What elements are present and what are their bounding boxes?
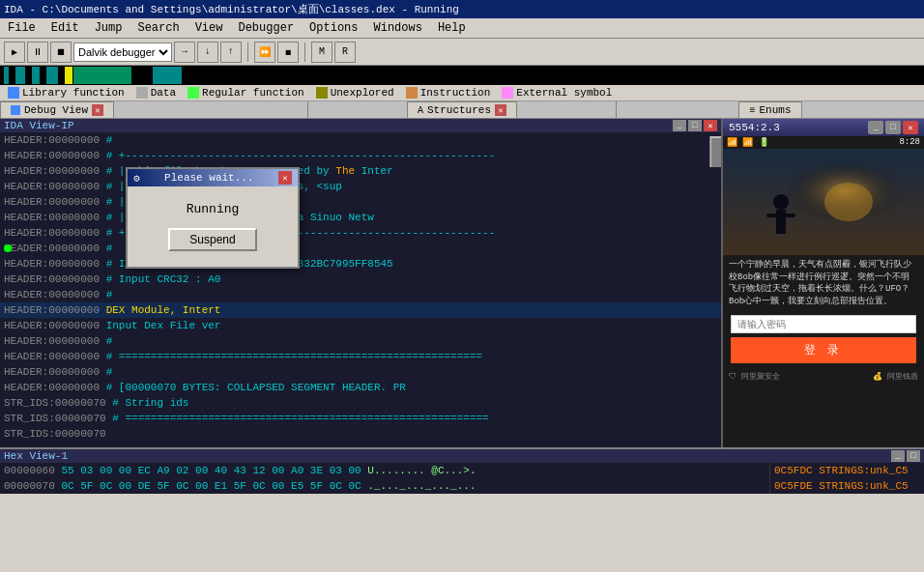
- ida-view-panel: IDA View-IP _ □ ✕ HEADER:00000000 # HEAD…: [0, 119, 721, 447]
- menu-file[interactable]: File: [4, 20, 40, 36]
- emu-login-button[interactable]: 登 录: [731, 337, 916, 363]
- step-out-button[interactable]: ↑: [220, 42, 242, 63]
- emulator-maximize[interactable]: □: [885, 121, 901, 134]
- breakpoint-button[interactable]: ◼: [277, 42, 299, 63]
- wait-dialog-title: ⚙ Please wait... ✕: [128, 169, 298, 186]
- ida-line-13: HEADER:00000000 Input Dex File ver: [0, 318, 721, 333]
- ida-minimize[interactable]: _: [673, 120, 686, 131]
- emu-footer: 🛡 阿里聚安全 💰 阿里钱盾: [723, 367, 924, 386]
- right-label-1: 0C5FDC STRINGS:unk_C5: [770, 463, 924, 478]
- hex-view-header: Hex View-1 _ □: [0, 449, 924, 463]
- run-to-cursor[interactable]: ⏩: [254, 42, 275, 63]
- emu-background-svg: [723, 149, 924, 255]
- svg-rect-0: [4, 67, 9, 84]
- ida-scrollbar[interactable]: [709, 136, 721, 167]
- close-debug-view[interactable]: ✕: [92, 104, 103, 116]
- pause-button[interactable]: ⏸: [27, 42, 48, 63]
- svg-point-14: [824, 183, 873, 221]
- wait-dialog-icon: ⚙: [133, 172, 140, 185]
- hex-content: 00000060 55 03 00 00 EC A9 02 00 40 43 1…: [0, 463, 924, 494]
- emulator-minimize[interactable]: _: [868, 121, 883, 134]
- ida-line-11: HEADER:00000000 #: [0, 287, 721, 302]
- wait-close-button[interactable]: ✕: [278, 171, 292, 185]
- emu-password-input[interactable]: [731, 315, 916, 333]
- ida-line-15: HEADER:00000000 # ======================…: [0, 349, 721, 364]
- hex-maximize[interactable]: □: [907, 450, 920, 462]
- emu-input-area: 登 录: [723, 311, 924, 367]
- ida-line-3: HEADER:00000000 # | This file has been g…: [0, 163, 721, 179]
- svg-rect-11: [153, 67, 182, 84]
- close-structures[interactable]: ✕: [495, 104, 506, 116]
- step-over-button[interactable]: →: [174, 42, 195, 63]
- hex-line-2: 00000070 0C 5F 0C 00 DE 5F 0C 00 E1 5F 0…: [0, 478, 769, 494]
- legend-instruction: Instruction: [406, 87, 491, 99]
- svg-rect-18: [784, 214, 795, 217]
- svg-rect-17: [766, 214, 778, 217]
- menu-jump[interactable]: Jump: [91, 20, 127, 36]
- ida-line-10: HEADER:00000000 # Input CRC32 : A0: [0, 272, 721, 287]
- legend-data: Data: [136, 87, 176, 99]
- ida-line-20: STR_IDS:00000070: [0, 426, 721, 442]
- stop-button[interactable]: ⏹: [50, 42, 72, 63]
- wait-dialog: ⚙ Please wait... ✕ Running Suspend: [126, 167, 300, 269]
- ida-view-header: IDA View-IP _ □ ✕: [0, 119, 721, 132]
- legend-regular: Regular function: [188, 87, 304, 99]
- ida-close[interactable]: ✕: [704, 120, 717, 131]
- emulator-panel: 5554:2.3 _ □ ✕ 📶 📶 🔋 8:28: [721, 119, 924, 447]
- hex-line-1: 00000060 55 03 00 00 EC A9 02 00 40 43 1…: [0, 463, 769, 478]
- svg-rect-1: [10, 67, 14, 84]
- menu-help[interactable]: Help: [434, 20, 470, 36]
- svg-rect-3: [26, 67, 31, 84]
- hex-lines: 00000060 55 03 00 00 EC A9 02 00 40 43 1…: [0, 463, 769, 494]
- breakpoint-indicator: [4, 244, 12, 252]
- ida-content[interactable]: HEADER:00000000 # HEADER:00000000 # +---…: [0, 132, 721, 443]
- ida-line-8: HEADER:00000000 #: [0, 241, 721, 256]
- ida-maximize[interactable]: □: [688, 120, 702, 131]
- emulator-close[interactable]: ✕: [903, 121, 918, 134]
- ida-line-12: HEADER:00000000 DEX Module, Intert: [0, 302, 721, 318]
- wait-dialog-body: Running Suspend: [128, 186, 298, 267]
- ida-line-4: HEADER:00000000 # | Copyright (c) 2014 H…: [0, 179, 721, 194]
- title-bar: IDA - C:\Documents and Settings\administ…: [0, 0, 924, 18]
- menu-search[interactable]: Search: [133, 20, 183, 36]
- app-title: IDA - C:\Documents and Settings\administ…: [4, 2, 459, 16]
- waveform-bar: [0, 66, 924, 85]
- tab-enums[interactable]: ≡ Enums: [738, 101, 801, 118]
- memory-button[interactable]: M: [311, 42, 332, 63]
- emu-image-area: [723, 149, 924, 255]
- ida-line-16: HEADER:00000000 #: [0, 364, 721, 380]
- hex-view-controls: _ □: [891, 450, 920, 462]
- svg-rect-5: [41, 67, 45, 84]
- hex-minimize[interactable]: _: [891, 450, 905, 462]
- tab-debug-view[interactable]: Debug View ✕: [0, 101, 114, 118]
- suspend-button[interactable]: Suspend: [168, 228, 256, 251]
- menu-options[interactable]: Options: [305, 20, 361, 36]
- emulator-controls: _ □ ✕: [868, 121, 918, 134]
- tab-structures[interactable]: A Structures ✕: [407, 101, 517, 118]
- svg-point-15: [773, 194, 789, 210]
- emu-footer-left: 🛡 阿里聚安全: [729, 371, 780, 382]
- emu-status-bar: 📶 📶 🔋 8:28: [723, 136, 924, 149]
- emulator-title-bar: 5554:2.3 _ □ ✕: [723, 119, 924, 136]
- menu-edit[interactable]: Edit: [47, 20, 83, 36]
- svg-rect-16: [776, 210, 786, 234]
- hex-view-panel: Hex View-1 _ □ 00000060 55 03 00 00 EC A…: [0, 447, 924, 494]
- menu-bar: File Edit Jump Search View Debugger Opti…: [0, 18, 924, 39]
- ida-line-17: HEADER:00000000 # [00000070 BYTES: COLLA…: [0, 380, 721, 395]
- menu-debugger[interactable]: Debugger: [234, 20, 298, 36]
- scrollbar-thumb[interactable]: [711, 138, 721, 167]
- emu-story-text: 一个宁静的早晨，天气有点阴霾，银河飞行队少校Bob像往常一样进行例行巡逻。突然一…: [723, 255, 924, 311]
- menu-windows[interactable]: Windows: [370, 20, 426, 36]
- ida-line-6: HEADER:00000000 # | Zhou Tao, Jiangsu Au…: [0, 210, 721, 225]
- play-button[interactable]: ▶: [4, 42, 25, 63]
- legend-bar: Library function Data Regular function U…: [0, 85, 924, 101]
- ida-line-18: STR_IDS:00000070 # String ids: [0, 395, 721, 411]
- legend-external: External symbol: [502, 87, 612, 99]
- menu-view[interactable]: View: [191, 20, 227, 36]
- step-into-button[interactable]: ↓: [197, 42, 218, 63]
- ida-line-5: HEADER:00000000 # | info : 48-3057-: [0, 194, 721, 210]
- debugger-select[interactable]: Dalvik debugger: [73, 43, 172, 62]
- register-button[interactable]: R: [334, 42, 356, 63]
- svg-rect-13: [723, 149, 924, 255]
- ida-line-7: HEADER:00000000 # +---------------------…: [0, 225, 721, 241]
